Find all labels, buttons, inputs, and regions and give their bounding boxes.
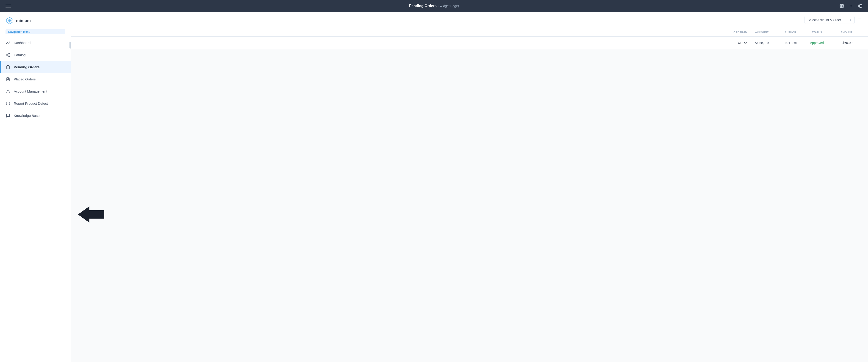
globe-icon[interactable]: [858, 4, 863, 8]
cell-status: Approved: [804, 41, 830, 45]
add-icon[interactable]: [849, 4, 853, 8]
svg-point-0: [841, 5, 842, 7]
catalog-icon: [5, 53, 10, 57]
svg-point-18: [7, 90, 9, 91]
pending-orders-icon: [5, 65, 10, 69]
table-column-headers: ORDER-ID ACCOUNT AUTHOR STATUS AMOUNT: [719, 31, 862, 34]
sidebar-label-report-defect: Report Product Defect: [14, 101, 48, 105]
arrow-head: [78, 206, 89, 223]
col-header-status: STATUS: [804, 31, 830, 34]
cell-account: Acme, Inc: [747, 41, 777, 45]
main-layout: minium Navigation Menu Dashboard: [0, 12, 868, 362]
svg-rect-13: [7, 66, 9, 66]
left-arrow-indicator: [78, 206, 104, 223]
sidebar: minium Navigation Menu Dashboard: [0, 12, 71, 362]
svg-point-10: [8, 56, 10, 57]
arrow-body: [89, 210, 104, 219]
col-header-order-id: ORDER-ID: [719, 31, 747, 34]
topbar-center: Pending Orders (Widget Page): [409, 4, 459, 8]
table-header: ORDER-ID ACCOUNT AUTHOR STATUS AMOUNT: [71, 28, 868, 37]
sidebar-item-pending-orders[interactable]: Pending Orders: [0, 61, 71, 73]
topbar-left: [5, 4, 11, 8]
topbar-right: [840, 4, 863, 8]
knowledge-base-icon: [5, 113, 10, 118]
sidebar-item-catalog[interactable]: Catalog: [0, 49, 71, 61]
sidebar-toggle-button[interactable]: [5, 4, 11, 8]
svg-point-8: [8, 54, 10, 55]
empty-content-area: [71, 199, 868, 362]
cell-author: Test Test: [777, 41, 804, 45]
sidebar-label-dashboard: Dashboard: [14, 41, 30, 45]
logo-icon: [5, 17, 14, 25]
sidebar-item-placed-orders[interactable]: Placed Orders: [0, 73, 71, 85]
svg-line-12: [7, 54, 8, 55]
page-title: Pending Orders: [409, 4, 436, 8]
sidebar-item-dashboard[interactable]: Dashboard: [0, 37, 71, 49]
svg-line-11: [7, 55, 8, 56]
cell-amount: $60.00: [830, 41, 852, 45]
select-placeholder: Select Account & Order: [808, 18, 841, 22]
cell-actions: ⋮: [852, 40, 862, 45]
sidebar-label-account-management: Account Management: [14, 89, 47, 93]
sidebar-item-report-defect[interactable]: Report Product Defect: [0, 97, 71, 109]
sidebar-label-pending-orders: Pending Orders: [14, 65, 40, 69]
cell-order-id: 41372: [719, 41, 747, 45]
select-account-order-dropdown[interactable]: Select Account & Order ▾: [804, 16, 855, 24]
filter-icon[interactable]: [858, 18, 862, 22]
topbar: Pending Orders (Widget Page): [0, 0, 868, 12]
row-more-menu-button[interactable]: ⋮: [852, 40, 862, 45]
report-defect-icon: [5, 101, 10, 106]
table-row: 41372 Acme, Inc Test Test Approved $60.0…: [71, 37, 868, 49]
row-cells: 41372 Acme, Inc Test Test Approved $60.0…: [719, 40, 862, 45]
table-body: 41372 Acme, Inc Test Test Approved $60.0…: [71, 37, 868, 199]
col-header-amount: AMOUNT: [830, 31, 852, 34]
placed-orders-icon: [5, 77, 10, 81]
content-header: Select Account & Order ▾: [71, 12, 868, 28]
col-header-author: AUTHOR: [777, 31, 804, 34]
sidebar-label-catalog: Catalog: [14, 53, 26, 57]
page-subtitle: (Widget Page): [438, 4, 459, 8]
dashboard-icon: [5, 40, 10, 45]
nav-menu-label: Navigation Menu: [5, 29, 65, 34]
sidebar-item-account-management[interactable]: Account Management: [0, 85, 71, 97]
settings-icon[interactable]: [840, 4, 844, 8]
chevron-down-icon: ▾: [850, 18, 851, 22]
sidebar-header: minium: [0, 12, 71, 27]
svg-point-9: [6, 55, 7, 56]
col-header-account: ACCOUNT: [747, 31, 777, 34]
logo-text: minium: [16, 18, 31, 23]
sidebar-label-knowledge-base: Knowledge Base: [14, 113, 40, 118]
account-management-icon: [5, 89, 10, 94]
sidebar-item-knowledge-base[interactable]: Knowledge Base: [0, 109, 71, 122]
sidebar-label-placed-orders: Placed Orders: [14, 77, 36, 81]
main-content: Select Account & Order ▾ ORDER-ID ACCOUN…: [71, 12, 868, 362]
